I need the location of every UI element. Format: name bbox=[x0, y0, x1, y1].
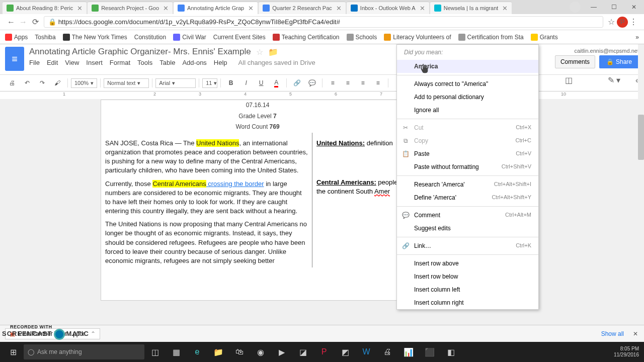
insert-col-left[interactable]: Insert column left bbox=[397, 283, 538, 296]
always-correct[interactable]: Always correct to "America" bbox=[397, 77, 538, 90]
article-link[interactable]: crossing the border bbox=[206, 180, 264, 188]
store-icon[interactable]: 🛍 bbox=[229, 343, 250, 361]
folder-icon[interactable]: 📁 bbox=[268, 47, 278, 57]
window-maximize-icon[interactable]: ☐ bbox=[604, 0, 624, 14]
bookmark-item[interactable]: Current Event Sites bbox=[213, 34, 266, 41]
bookmark-item[interactable]: The New York Times bbox=[63, 34, 127, 41]
paint-format-icon[interactable]: 🖌 bbox=[50, 77, 64, 89]
tab-close-icon[interactable]: ✕ bbox=[163, 5, 169, 12]
url-input[interactable]: 🔒 https://docs.google.com/document/d/1p_… bbox=[44, 16, 603, 28]
cortana-search[interactable]: ◯Ask me anything bbox=[24, 344, 144, 359]
tab-close-icon[interactable]: ✕ bbox=[502, 5, 508, 12]
font-select[interactable]: Arial ▾ bbox=[155, 78, 196, 88]
suggest-edits-item[interactable]: Suggest edits bbox=[397, 222, 538, 235]
word-icon[interactable]: W bbox=[356, 343, 377, 361]
chrome-menu-icon[interactable]: ⋮ bbox=[628, 17, 639, 27]
bookmark-item[interactable]: Literacy Volunteers of bbox=[384, 34, 451, 41]
chevron-up-icon[interactable]: ⌃ bbox=[91, 330, 96, 337]
menu-table[interactable]: Table bbox=[159, 59, 175, 66]
bookmark-item[interactable]: Teaching Certification bbox=[273, 34, 340, 41]
bookmark-apps[interactable]: Apps bbox=[5, 34, 28, 41]
taskbar-app[interactable]: ◧ bbox=[440, 343, 461, 361]
align-center-icon[interactable]: ≡ bbox=[341, 77, 355, 89]
start-button[interactable]: ⊞ bbox=[3, 343, 24, 361]
taskbar-app[interactable]: ▦ bbox=[166, 343, 187, 361]
bold-icon[interactable]: B bbox=[224, 77, 238, 89]
bookmark-item[interactable]: Civil War bbox=[173, 34, 206, 41]
menu-tools[interactable]: Tools bbox=[137, 59, 152, 66]
article-text[interactable]: SAN JOSE, Costa Rica — The United Nation… bbox=[101, 133, 312, 267]
system-clock[interactable]: 8:05 PM11/29/2016 bbox=[614, 346, 639, 358]
menu-format[interactable]: Format bbox=[110, 59, 130, 66]
editing-mode-icon[interactable]: ✎ ▾ bbox=[608, 75, 620, 85]
underline-icon[interactable]: U bbox=[254, 77, 268, 89]
taskbar-app[interactable]: ◪ bbox=[292, 343, 313, 361]
menu-addons[interactable]: Add-ons bbox=[182, 59, 206, 66]
comments-button[interactable]: Comments bbox=[555, 55, 595, 68]
bookmark-item[interactable]: Certification from Sta bbox=[458, 34, 524, 41]
menu-help[interactable]: Help bbox=[214, 59, 227, 66]
bookmark-item[interactable]: Toshiba bbox=[35, 34, 55, 41]
paste-item[interactable]: 📋PasteCtrl+V bbox=[397, 147, 538, 160]
define-item[interactable]: Define 'Amerca'Ctrl+Alt+Shift+Y bbox=[397, 191, 538, 204]
docs-logo-icon[interactable]: ≡ bbox=[5, 47, 24, 71]
bookmark-star-icon[interactable]: ☆ bbox=[606, 17, 617, 27]
document-title[interactable]: Annotating Article Graphic Organizer- Mr… bbox=[29, 47, 251, 57]
add-to-dictionary[interactable]: Add to personal dictionary bbox=[397, 90, 538, 104]
ignore-all[interactable]: Ignore all bbox=[397, 104, 538, 117]
taskbar-app[interactable]: ◩ bbox=[335, 343, 356, 361]
bookmark-item[interactable]: Grants bbox=[531, 34, 558, 41]
outline-icon[interactable]: ◫ bbox=[565, 75, 573, 85]
user-avatar[interactable] bbox=[570, 2, 581, 13]
tab-close-icon[interactable]: ✕ bbox=[77, 5, 83, 12]
menu-file[interactable]: File bbox=[29, 59, 40, 66]
insert-row-below[interactable]: Insert row below bbox=[397, 270, 538, 283]
comment-icon[interactable]: 💬 bbox=[305, 77, 319, 89]
insert-col-right[interactable]: Insert column right bbox=[397, 296, 538, 309]
scrollbar[interactable] bbox=[638, 44, 644, 325]
window-close-icon[interactable]: ✕ bbox=[624, 0, 644, 14]
menu-edit[interactable]: Edit bbox=[47, 59, 58, 66]
redo-icon[interactable]: ↷ bbox=[35, 77, 49, 89]
tab-close-icon[interactable]: ✕ bbox=[336, 5, 342, 12]
browser-tab[interactable]: About Reading 8: Peric✕ bbox=[3, 2, 87, 14]
text-color-icon[interactable]: A bbox=[269, 77, 283, 89]
chrome-icon[interactable]: ◉ bbox=[250, 343, 271, 361]
menu-view[interactable]: View bbox=[65, 59, 79, 66]
zoom-select[interactable]: 100% ▾ bbox=[71, 78, 97, 88]
forward-button[interactable]: → bbox=[17, 18, 29, 27]
back-button[interactable]: ← bbox=[5, 18, 17, 27]
browser-tab[interactable]: Research Project - Goo✕ bbox=[88, 2, 173, 14]
style-select[interactable]: Normal text ▾ bbox=[104, 78, 149, 88]
edge-icon[interactable]: e bbox=[187, 343, 208, 361]
task-view-icon[interactable]: ◫ bbox=[144, 343, 166, 361]
tab-close-icon[interactable]: ✕ bbox=[248, 5, 254, 12]
taskbar-app[interactable]: 🖨 bbox=[377, 343, 398, 361]
spell-suggestion[interactable]: America bbox=[397, 60, 538, 73]
align-left-icon[interactable]: ≡ bbox=[326, 77, 340, 89]
align-justify-icon[interactable]: ≡ bbox=[371, 77, 385, 89]
bookmark-item[interactable]: Constitution bbox=[134, 34, 166, 41]
link-icon[interactable]: 🔗 bbox=[290, 77, 304, 89]
tab-close-icon[interactable]: ✕ bbox=[420, 5, 425, 12]
bookmark-item[interactable]: Schools bbox=[347, 34, 377, 41]
link-item[interactable]: 🔗Link…Ctrl+K bbox=[397, 239, 538, 252]
close-icon[interactable]: ✕ bbox=[633, 330, 638, 337]
browser-tab[interactable]: Newsela | Is a migrant✕ bbox=[430, 2, 512, 14]
print-icon[interactable]: 🖨 bbox=[5, 77, 19, 89]
undo-icon[interactable]: ↶ bbox=[20, 77, 34, 89]
research-item[interactable]: Research 'Amerca'Ctrl+Alt+Shift+I bbox=[397, 178, 538, 191]
menu-insert[interactable]: Insert bbox=[86, 59, 103, 66]
comment-item[interactable]: 💬CommentCtrl+Alt+M bbox=[397, 209, 538, 222]
window-minimize-icon[interactable]: — bbox=[584, 0, 604, 14]
star-icon[interactable]: ☆ bbox=[256, 47, 263, 57]
browser-tab[interactable]: Quarter 2 Research Pac✕ bbox=[259, 2, 346, 14]
file-explorer-icon[interactable]: 📁 bbox=[208, 343, 229, 361]
pdf-icon[interactable]: ⬛ bbox=[419, 343, 440, 361]
scrollbar-thumb[interactable] bbox=[638, 115, 644, 160]
font-size-select[interactable]: 11 ▾ bbox=[202, 78, 217, 88]
align-right-icon[interactable]: ≡ bbox=[356, 77, 370, 89]
pinterest-extension-icon[interactable]: P bbox=[617, 17, 628, 28]
italic-icon[interactable]: I bbox=[239, 77, 253, 89]
reload-button[interactable]: ⟳ bbox=[29, 17, 41, 27]
